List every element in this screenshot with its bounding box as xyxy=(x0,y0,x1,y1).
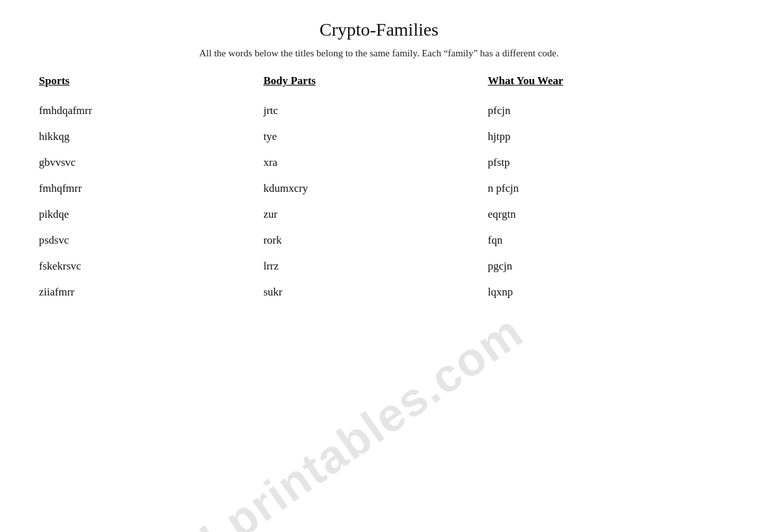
cell-body: kdumxcry xyxy=(263,176,488,202)
cell-wear: hjtpp xyxy=(488,124,719,150)
table-row: pikdqezureqrgtn xyxy=(39,202,719,227)
cell-body: lrrz xyxy=(263,253,488,279)
watermark: ESLprintables.com xyxy=(137,305,532,532)
header-sports: Sports xyxy=(39,72,263,98)
cell-body: tye xyxy=(263,124,488,150)
cell-sports: ziiafmrr xyxy=(39,279,263,305)
page-title: Crypto-Families xyxy=(39,19,719,40)
table-row: ziiafmrrsukrlqxnp xyxy=(39,279,719,305)
cell-wear: pfcjn xyxy=(488,98,719,124)
cell-wear: fqn xyxy=(488,227,719,253)
cell-sports: gbvvsvc xyxy=(39,150,263,176)
table-row: fmhqfmrrkdumxcryn pfcjn xyxy=(39,176,719,202)
cell-sports: fmhqfmrr xyxy=(39,176,263,202)
cell-body: sukr xyxy=(263,279,488,305)
cell-sports: fmhdqafmrr xyxy=(39,98,263,124)
cell-wear: pfstp xyxy=(488,150,719,176)
cell-wear: pgcjn xyxy=(488,253,719,279)
page-subtitle: All the words below the titles belong to… xyxy=(39,48,719,59)
crypto-families-table: Sports Body Parts What You Wear fmhdqafm… xyxy=(39,72,719,305)
cell-sports: pikdqe xyxy=(39,202,263,227)
header-body-parts: Body Parts xyxy=(263,72,488,98)
cell-sports: psdsvc xyxy=(39,227,263,253)
header-what-you-wear: What You Wear xyxy=(488,72,719,98)
cell-body: zur xyxy=(263,202,488,227)
cell-wear: lqxnp xyxy=(488,279,719,305)
table-row: gbvvsvcxrapfstp xyxy=(39,150,719,176)
cell-wear: n pfcjn xyxy=(488,176,719,202)
table-row: fskekrsvclrrzpgcjn xyxy=(39,253,719,279)
cell-body: rork xyxy=(263,227,488,253)
table-row: fmhdqafmrrjrtcpfcjn xyxy=(39,98,719,124)
cell-sports: hikkqg xyxy=(39,124,263,150)
table-row: psdsvcrorkfqn xyxy=(39,227,719,253)
table-row: hikkqgtyehjtpp xyxy=(39,124,719,150)
cell-sports: fskekrsvc xyxy=(39,253,263,279)
cell-body: jrtc xyxy=(263,98,488,124)
cell-body: xra xyxy=(263,150,488,176)
cell-wear: eqrgtn xyxy=(488,202,719,227)
